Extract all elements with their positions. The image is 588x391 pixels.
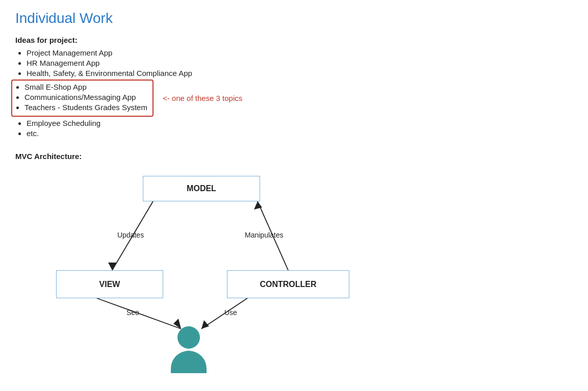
page-title: Individual Work (15, 10, 573, 27)
mvc-title: MVC Architecture: (15, 152, 573, 161)
view-label: VIEW (99, 280, 120, 289)
ideas-label: Ideas for project: (15, 36, 573, 44)
updates-label: Updates (117, 231, 144, 239)
see-label: See (126, 308, 139, 317)
highlighted-row: Small E-Shop App Communications/Messagin… (15, 80, 573, 117)
mvc-diagram: MODEL VIEW CONTROLLER Updates Manipulate… (46, 171, 362, 364)
use-label: Use (224, 308, 237, 317)
list-item: Employee Scheduling (27, 119, 573, 127)
svg-marker-3 (254, 201, 262, 210)
list-item-highlighted: Small E-Shop App (24, 83, 147, 91)
highlighted-box: Small E-Shop App Communications/Messagin… (11, 80, 154, 117)
normal-items-list: Project Management App HR Management App… (15, 48, 573, 77)
user-body (171, 351, 207, 373)
svg-marker-1 (108, 263, 116, 270)
ideas-section: Ideas for project: Project Management Ap… (15, 36, 573, 138)
user-figure (171, 326, 207, 373)
highlighted-items-list: Small E-Shop App Communications/Messagin… (15, 83, 147, 112)
model-label: MODEL (187, 184, 216, 193)
controller-box: CONTROLLER (227, 270, 349, 298)
view-box: VIEW (56, 270, 163, 298)
list-item: Project Management App (27, 48, 573, 57)
list-item-highlighted: Communications/Messaging App (24, 93, 147, 101)
user-head (177, 326, 200, 349)
manipulates-label: Manipulates (245, 231, 284, 239)
red-annotation: <- one of these 3 topics (163, 94, 242, 102)
list-item: etc. (27, 129, 573, 138)
controller-label: CONTROLLER (260, 280, 316, 289)
list-item-highlighted: Teachers - Students Grades System (24, 103, 147, 112)
list-item: HR Management App (27, 59, 573, 67)
after-items-list: Employee Scheduling etc. (15, 119, 573, 138)
model-box: MODEL (143, 176, 260, 201)
mvc-section: MVC Architecture: MODEL (15, 152, 573, 364)
list-item: Health, Safety, & Environmental Complian… (27, 69, 573, 77)
